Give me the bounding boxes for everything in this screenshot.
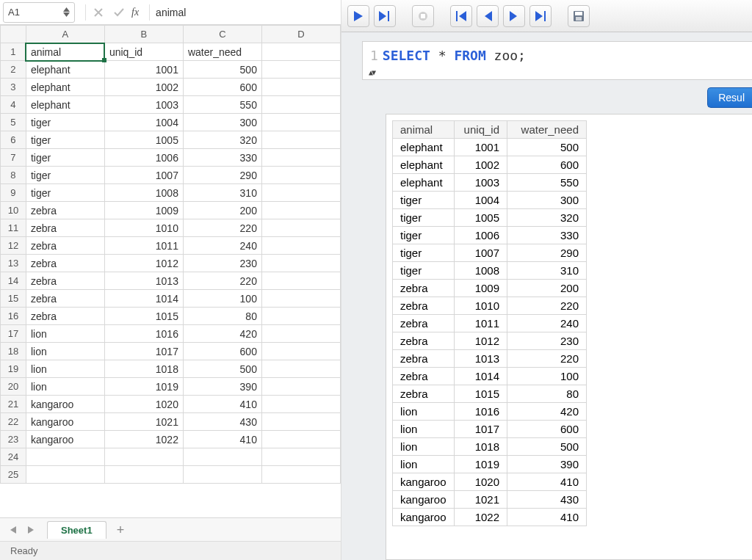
name-box-stepper[interactable] <box>63 7 70 17</box>
sheet-tab[interactable]: Sheet1 <box>47 521 106 539</box>
row-header[interactable]: 6 <box>1 131 26 149</box>
row-header[interactable]: 2 <box>1 61 26 79</box>
cell[interactable] <box>261 114 340 131</box>
row-header[interactable]: 4 <box>1 96 26 114</box>
row-header[interactable]: 1 <box>1 43 26 61</box>
cell[interactable]: 310 <box>183 184 261 202</box>
cell[interactable]: tiger <box>26 114 104 131</box>
cell[interactable] <box>261 378 340 396</box>
cell[interactable]: 1008 <box>104 184 183 202</box>
cell[interactable]: 1004 <box>104 114 183 131</box>
result-row[interactable]: elephant1002600 <box>393 156 587 174</box>
cell[interactable]: tiger <box>26 184 104 202</box>
cell[interactable]: 220 <box>183 272 261 290</box>
row-header[interactable]: 19 <box>1 360 26 378</box>
result-row[interactable]: kangaroo1021430 <box>393 491 587 509</box>
cell[interactable]: 1007 <box>104 167 183 184</box>
cell[interactable]: 1014 <box>104 290 183 308</box>
row-header[interactable]: 17 <box>1 325 26 343</box>
cell[interactable] <box>261 343 340 360</box>
cell[interactable]: 410 <box>183 431 261 448</box>
cell[interactable]: lion <box>26 325 104 343</box>
row-header[interactable]: 7 <box>1 149 26 167</box>
cell[interactable]: lion <box>26 360 104 378</box>
row-header[interactable]: 5 <box>1 114 26 131</box>
cancel-formula-button[interactable] <box>90 4 106 21</box>
result-row[interactable]: zebra1012230 <box>393 332 587 350</box>
cell[interactable]: 500 <box>183 360 261 378</box>
cell[interactable]: animal <box>26 43 104 61</box>
result-row[interactable]: zebra1010220 <box>393 297 587 315</box>
cell[interactable]: elephant <box>26 96 104 114</box>
row-header[interactable]: 14 <box>1 272 26 290</box>
cell[interactable]: 420 <box>183 325 261 343</box>
sql-editor[interactable]: 1SELECT * FROM zoo; ▲▼ <box>362 41 752 80</box>
result-col-header[interactable]: uniq_id <box>455 121 507 139</box>
cell[interactable]: 600 <box>183 343 261 360</box>
cell[interactable] <box>261 255 340 272</box>
first-button[interactable] <box>450 5 472 27</box>
cell[interactable] <box>261 167 340 184</box>
cell[interactable]: 1011 <box>104 237 183 255</box>
result-row[interactable]: lion1018500 <box>393 438 587 456</box>
last-button[interactable] <box>529 5 552 27</box>
cell[interactable]: 1019 <box>104 378 183 396</box>
cell[interactable]: 1003 <box>104 96 183 114</box>
cell[interactable]: 600 <box>183 79 261 96</box>
row-header[interactable]: 20 <box>1 378 26 396</box>
result-col-header[interactable]: animal <box>393 121 455 139</box>
cell[interactable] <box>261 184 340 202</box>
cell[interactable]: 550 <box>183 96 261 114</box>
cell[interactable]: lion <box>26 378 104 396</box>
cell[interactable]: 100 <box>183 290 261 308</box>
cell[interactable]: 500 <box>183 61 261 79</box>
cell[interactable] <box>261 79 340 96</box>
run-button[interactable] <box>347 5 369 27</box>
cell[interactable] <box>261 61 340 79</box>
col-header-A[interactable]: A <box>26 26 104 43</box>
accept-formula-button[interactable] <box>111 4 127 21</box>
select-all-corner[interactable] <box>1 26 26 43</box>
cell[interactable] <box>104 448 183 466</box>
cell[interactable] <box>261 219 340 237</box>
cell[interactable] <box>261 413 340 431</box>
cell[interactable]: 1006 <box>104 149 183 167</box>
row-header[interactable]: 9 <box>1 184 26 202</box>
cell[interactable] <box>183 448 261 466</box>
cell[interactable] <box>104 466 183 484</box>
result-row[interactable]: kangaroo1022410 <box>393 509 587 526</box>
cell[interactable]: 1017 <box>104 343 183 360</box>
row-header[interactable]: 13 <box>1 255 26 272</box>
col-header-C[interactable]: C <box>183 26 261 43</box>
cell[interactable]: 220 <box>183 219 261 237</box>
cell[interactable]: zebra <box>26 255 104 272</box>
cell[interactable] <box>261 131 340 149</box>
cell[interactable] <box>261 202 340 219</box>
result-row[interactable]: zebra101580 <box>393 385 587 403</box>
cell[interactable] <box>26 466 104 484</box>
cell[interactable]: 1005 <box>104 131 183 149</box>
cell[interactable]: 200 <box>183 202 261 219</box>
result-row[interactable]: zebra1009200 <box>393 280 587 297</box>
result-row[interactable]: zebra1013220 <box>393 350 587 368</box>
stop-button[interactable] <box>412 5 434 27</box>
cell[interactable]: zebra <box>26 202 104 219</box>
cell[interactable] <box>261 466 340 484</box>
cell[interactable]: 1018 <box>104 360 183 378</box>
cell[interactable] <box>261 396 340 413</box>
cell[interactable]: kangaroo <box>26 413 104 431</box>
cell[interactable]: zebra <box>26 308 104 325</box>
cell[interactable]: 1013 <box>104 272 183 290</box>
cell[interactable]: 80 <box>183 308 261 325</box>
cell[interactable]: elephant <box>26 79 104 96</box>
cell[interactable]: 1012 <box>104 255 183 272</box>
cell[interactable] <box>261 149 340 167</box>
cell[interactable]: 1010 <box>104 219 183 237</box>
grid[interactable]: A B C D 1animaluniq_idwater_need2elephan… <box>0 25 341 517</box>
tab-next-button[interactable] <box>24 523 38 537</box>
cell[interactable]: zebra <box>26 237 104 255</box>
formula-input[interactable]: animal <box>154 7 341 18</box>
result-row[interactable]: tiger1004300 <box>393 192 587 209</box>
cell[interactable]: zebra <box>26 272 104 290</box>
cell[interactable]: 240 <box>183 237 261 255</box>
